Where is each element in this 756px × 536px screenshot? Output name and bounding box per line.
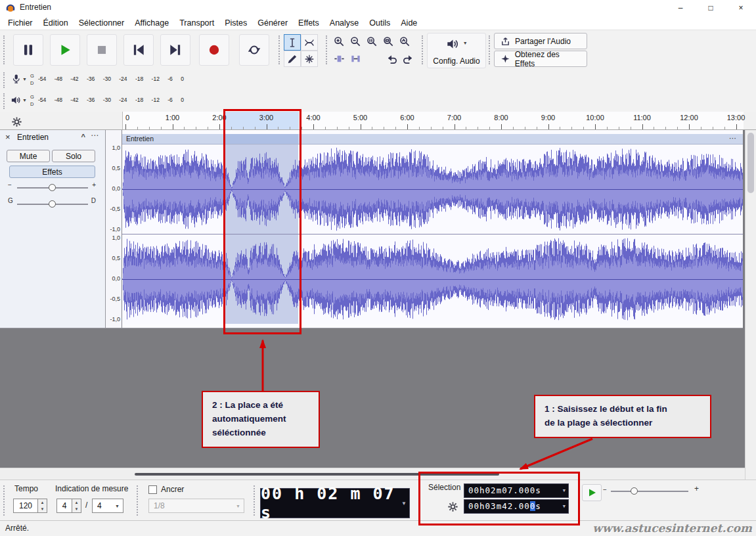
mute-button[interactable]: Mute bbox=[7, 150, 50, 162]
playback-meter-grip[interactable] bbox=[3, 93, 7, 109]
time-signature-spinner-up-icon[interactable]: ▲ bbox=[72, 499, 81, 506]
playback-meter-caret-icon[interactable]: ▼ bbox=[22, 98, 27, 102]
waveform-channel-left[interactable] bbox=[122, 145, 743, 234]
redo-button[interactable] bbox=[400, 51, 416, 66]
menu-item-selectionner[interactable]: Sélectionner bbox=[74, 18, 130, 28]
record-button[interactable] bbox=[199, 34, 229, 66]
timeline-tick bbox=[619, 127, 619, 129]
selection-tool-button[interactable] bbox=[284, 34, 301, 51]
skip-to-start-button[interactable] bbox=[123, 34, 154, 66]
track-menu-button[interactable]: ⋯ bbox=[91, 131, 99, 140]
tempo-input[interactable]: 120 bbox=[13, 499, 38, 513]
meter-scale-label: -24 bbox=[119, 76, 127, 82]
zoom-in-button[interactable] bbox=[331, 34, 347, 49]
speed-minus-label: − bbox=[603, 486, 607, 493]
pause-button[interactable] bbox=[13, 34, 43, 66]
menu-item-aide[interactable]: Aide bbox=[395, 18, 422, 28]
draw-tool-button[interactable] bbox=[284, 51, 301, 67]
menu-item-affichage[interactable]: Affichage bbox=[129, 18, 174, 28]
recording-meter[interactable]: ▼ G D -54-48-42-36-30-24-18-12-60 bbox=[0, 70, 756, 91]
menu-item-transport[interactable]: Transport bbox=[174, 18, 219, 28]
vertical-scrollbar-thumb[interactable] bbox=[747, 133, 754, 193]
tempo-spinner-up-icon[interactable]: ▲ bbox=[38, 499, 47, 506]
vertical-scrollbar[interactable] bbox=[745, 130, 756, 480]
gain-slider-thumb[interactable] bbox=[49, 184, 56, 191]
time-signature-upper-input[interactable]: 4 bbox=[56, 499, 72, 513]
transport-toolbar-grip[interactable] bbox=[3, 35, 7, 64]
audio-setup-toolbar-grip[interactable] bbox=[422, 35, 426, 64]
stop-button[interactable] bbox=[87, 34, 117, 66]
edit-toolbar-grip[interactable] bbox=[326, 35, 330, 64]
snap-checkbox[interactable] bbox=[148, 485, 157, 494]
minimize-button[interactable]: – bbox=[665, 0, 696, 16]
menu-item-pistes[interactable]: Pistes bbox=[219, 18, 252, 28]
menu-item-edition[interactable]: Édition bbox=[38, 18, 74, 28]
skip-to-end-button[interactable] bbox=[160, 34, 190, 66]
horizontal-scrollbar-thumb[interactable] bbox=[135, 473, 499, 476]
share-toolbar-grip[interactable] bbox=[489, 35, 493, 64]
config-audio-button[interactable]: ▼ Config. Audio bbox=[427, 33, 486, 68]
menu-item-outils[interactable]: Outils bbox=[364, 18, 395, 28]
selection-end-caret-icon[interactable]: ▼ bbox=[563, 500, 566, 513]
solo-button[interactable]: Solo bbox=[52, 150, 95, 162]
play-at-speed-button[interactable] bbox=[582, 484, 602, 501]
pan-slider-thumb[interactable] bbox=[49, 200, 56, 208]
share-audio-button[interactable]: Partager l'Audio bbox=[494, 33, 587, 49]
menu-item-fichier[interactable]: Fichier bbox=[3, 18, 38, 28]
maximize-button[interactable]: □ bbox=[696, 0, 726, 16]
clip-menu-button[interactable]: ⋯ bbox=[729, 134, 736, 143]
selection-start-caret-icon[interactable]: ▼ bbox=[563, 484, 566, 497]
silence-audio-button[interactable] bbox=[347, 51, 364, 66]
loop-button[interactable] bbox=[239, 34, 269, 66]
get-effects-button[interactable]: Obtenez des Effets bbox=[494, 51, 587, 67]
recording-meter-caret-icon[interactable]: ▼ bbox=[22, 77, 27, 81]
waveform-channel-right[interactable] bbox=[122, 234, 743, 324]
close-button[interactable]: × bbox=[726, 0, 756, 16]
selection-end-field[interactable]: 00h03m42.000s ▼ bbox=[464, 499, 569, 514]
playback-speed-slider[interactable]: − + bbox=[603, 485, 699, 497]
snapping-toolbar-grip[interactable] bbox=[137, 485, 141, 516]
play-button[interactable] bbox=[50, 34, 80, 66]
menu-item-generer[interactable]: Générer bbox=[252, 18, 293, 28]
speed-slider-thumb[interactable] bbox=[631, 487, 638, 495]
play-at-speed-icon bbox=[587, 487, 597, 498]
annotation-box-1-line-1: 1 : Saisissez le début et la fin bbox=[545, 403, 701, 416]
effects-button[interactable]: Effets bbox=[9, 166, 95, 178]
tools-toolbar-grip[interactable] bbox=[278, 35, 282, 64]
recording-meter-grip[interactable] bbox=[3, 72, 7, 88]
clip-header[interactable]: Entretien ⋯ bbox=[122, 134, 743, 145]
track-collapse-button[interactable]: ^ bbox=[81, 133, 85, 141]
time-display-caret-icon[interactable]: ▼ bbox=[401, 501, 407, 506]
track-name[interactable]: Entretien bbox=[17, 133, 49, 142]
menu-item-analyse[interactable]: Analyse bbox=[324, 18, 364, 28]
timeline-ruler[interactable]: 01:002:003:004:005:006:007:008:009:0010:… bbox=[122, 112, 744, 129]
selection-settings-button[interactable] bbox=[444, 498, 461, 515]
tempo-spinner[interactable]: ▲ ▼ bbox=[38, 499, 47, 513]
undo-button[interactable] bbox=[384, 51, 400, 66]
trim-audio-button[interactable] bbox=[331, 51, 347, 66]
time-signature-spinner-down-icon[interactable]: ▼ bbox=[72, 506, 81, 512]
time-signature-lower-select[interactable]: 4 ▼ bbox=[92, 499, 123, 513]
fit-project-button[interactable] bbox=[380, 34, 397, 49]
selection-start-field[interactable]: 00h02m07.000s ▼ bbox=[464, 483, 569, 498]
vertical-scale-label: -0,5 bbox=[110, 296, 120, 302]
time-toolbar-grip[interactable] bbox=[254, 485, 257, 516]
tempo-spinner-down-icon[interactable]: ▼ bbox=[38, 506, 47, 512]
fit-selection-button[interactable] bbox=[364, 34, 380, 49]
time-display[interactable]: 00 h 02 m 07 s ▼ bbox=[260, 488, 410, 518]
time-signature-spinner[interactable]: ▲ ▼ bbox=[72, 499, 81, 513]
multi-tool-button[interactable] bbox=[301, 51, 318, 67]
vertical-ruler[interactable]: 1,00,50,0-0,5-1,0 1,00,50,0-0,5-1,0 bbox=[106, 130, 122, 328]
time-signature-toolbar-grip[interactable] bbox=[3, 485, 7, 516]
timeline-tick bbox=[736, 124, 737, 129]
menu-item-effets[interactable]: Effets bbox=[293, 18, 324, 28]
zoom-out-button[interactable] bbox=[347, 34, 364, 49]
timeline-options-button[interactable] bbox=[8, 113, 25, 130]
snap-select[interactable]: 1/8 ▼ bbox=[148, 499, 244, 513]
envelope-tool-button[interactable] bbox=[301, 34, 318, 51]
playback-meter[interactable]: ▼ G D -54-48-42-36-30-24-18-12-60 bbox=[0, 91, 756, 112]
zoom-toggle-button[interactable] bbox=[397, 34, 413, 49]
horizontal-scrollbar[interactable] bbox=[0, 468, 745, 480]
timeline-tick bbox=[583, 127, 584, 129]
track-close-button[interactable]: × bbox=[5, 132, 11, 142]
